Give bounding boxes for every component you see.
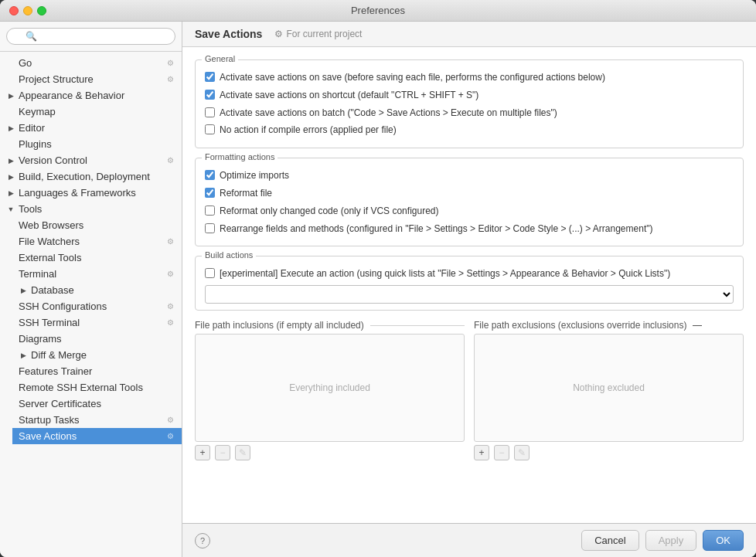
ps-settings-icon [165,75,175,83]
sidebar-label-remote-ssh: Remote SSH External Tools [19,382,143,393]
inclusions-remove-button[interactable]: − [215,445,230,460]
checkbox-reformat-changed: Reformat only changed code (only if VCS … [205,205,734,218]
checkbox-reformat-file-label: Reformat file [220,187,272,200]
checkbox-reformat-file: Reformat file [205,187,734,200]
for-current-project-tab[interactable]: ⚙ For current project [274,29,362,39]
checkbox-no-action-compile-input[interactable] [205,124,215,134]
sidebar-item-diagrams[interactable]: Diagrams [12,331,182,347]
db-expand: ▶ [19,286,28,295]
help-icon: ? [200,536,205,545]
ps-expand [6,75,15,84]
panel-title: Save Actions [195,28,262,40]
checkbox-activate-on-shortcut: Activate save actions on shortcut (defau… [205,89,734,102]
project-tab-label: For current project [286,29,362,39]
checkbox-rearrange-fields-input[interactable] [205,223,215,233]
sidebar-label-external-tools: External Tools [19,252,81,263]
checkbox-activate-on-shortcut-input[interactable] [205,90,215,100]
sidebar-label-database: Database [31,284,74,296]
checkbox-rearrange-fields: Rearrange fields and methods (configured… [205,222,734,236]
search-box [0,22,182,52]
sidebar-item-appearance[interactable]: ▶ Appearance & Behavior [0,87,182,104]
exclusions-edit-button[interactable]: ✎ [514,445,530,460]
sidebar-item-diff-merge[interactable]: ▶ Diff & Merge [12,347,182,363]
preferences-window: Preferences Go Project Structure [0,0,756,557]
file-path-section: File path inclusions (if empty all inclu… [195,320,744,460]
inclusions-box: Everything included [195,334,465,442]
sidebar-item-terminal[interactable]: Terminal [12,266,182,282]
sidebar-label-terminal: Terminal [19,268,56,280]
tools-expand: ▼ [6,205,15,214]
sidebar-item-server-certificates[interactable]: Server Certificates [12,396,182,412]
sidebar-label-save-actions: Save Actions [19,430,77,442]
exclusions-add-button[interactable]: + [474,445,489,460]
sidebar-item-save-actions[interactable]: Save Actions [12,428,182,444]
general-section: General Activate save actions on save (b… [195,59,744,148]
tools-children: Web Browsers File Watchers External Tool… [0,217,182,444]
sidebar-item-build[interactable]: ▶ Build, Execution, Deployment [0,168,182,185]
checkbox-reformat-changed-input[interactable] [205,205,215,216]
inclusions-edit-button[interactable]: ✎ [235,445,250,460]
apply-button[interactable]: Apply [645,530,697,551]
checkbox-optimize-imports: Optimize imports [205,169,734,182]
content-area: Go Project Structure ▶ Appearance & Beha… [0,22,756,557]
sidebar-item-startup-tasks[interactable]: Startup Tasks [12,412,182,428]
action-dropdown-row [205,285,734,304]
checkbox-experimental-input[interactable] [205,268,215,278]
ok-button[interactable]: OK [703,530,744,551]
build-label: Build actions [202,250,256,260]
sidebar-item-tools[interactable]: ▼ Tools [0,201,182,217]
checkbox-activate-on-shortcut-label: Activate save actions on shortcut (defau… [220,89,478,102]
sidebar-item-features-trainer[interactable]: Features Trainer [12,363,182,379]
exclusions-remove-button[interactable]: − [494,445,509,460]
action-dropdown[interactable] [205,285,734,304]
inclusions-label: File path inclusions (if empty all inclu… [195,320,364,331]
sidebar-item-ssh-configurations[interactable]: SSH Configurations [12,298,182,314]
inclusions-add-button[interactable]: + [195,445,210,460]
sidebar-item-plugins[interactable]: Plugins [0,136,182,152]
sidebar-item-project-structure[interactable]: Project Structure [0,71,182,87]
sidebar-label-editor: Editor [19,122,45,134]
sidebar-item-web-browsers[interactable]: Web Browsers [12,217,182,233]
sidebar-item-languages[interactable]: ▶ Languages & Frameworks [0,185,182,201]
checkbox-activate-on-save-input[interactable] [205,72,215,82]
sidebar-item-remote-ssh[interactable]: Remote SSH External Tools [12,379,182,396]
checkbox-optimize-imports-input[interactable] [205,170,215,180]
maximize-button[interactable] [37,6,46,15]
pl-expand [6,140,15,149]
sidebar-label-version-control: Version Control [19,155,87,166]
sidebar-item-editor[interactable]: ▶ Editor [0,120,182,136]
general-label: General [202,54,238,63]
close-button[interactable] [9,6,19,15]
build-section: Build actions [experimental] Execute an … [195,256,744,311]
sidebar-label-ssh-configurations: SSH Configurations [19,301,107,312]
cancel-button[interactable]: Cancel [581,530,639,551]
file-exclusions-panel: File path exclusions (exclusions overrid… [474,320,744,460]
sidebar-item-external-tools[interactable]: External Tools [12,250,182,266]
term-settings-icon [165,270,175,278]
be-expand: ▶ [6,172,15,182]
sidebar-item-keymap[interactable]: Keymap [0,104,182,120]
inclusions-actions: + − ✎ [195,445,465,460]
exclusions-actions: + − ✎ [474,445,744,460]
ab-expand: ▶ [6,91,15,100]
checkbox-no-action-compile: No action if compile errors (applied per… [205,124,734,137]
sidebar-item-go[interactable]: Go [0,55,182,71]
sidebar-item-ssh-terminal[interactable]: SSH Terminal [12,314,182,331]
formatting-label: Formatting actions [202,152,278,161]
checkbox-no-action-compile-label: No action if compile errors (applied per… [220,124,397,137]
sidebar-item-database[interactable]: ▶ Database [12,282,182,298]
sidebar-label-web-browsers: Web Browsers [19,219,83,231]
sidebar-label-build: Build, Execution, Deployment [19,171,150,182]
sidebar-item-version-control[interactable]: ▶ Version Control [0,152,182,168]
go-expand [6,59,15,68]
checkbox-activate-on-batch-input[interactable] [205,107,215,117]
help-button[interactable]: ? [195,533,210,549]
panel-header: Save Actions ⚙ For current project [182,22,756,47]
sidebar-item-file-watchers[interactable]: File Watchers [12,233,182,250]
sidebar-label-file-watchers: File Watchers [19,236,80,247]
minimize-button[interactable] [23,6,32,15]
lf-expand: ▶ [6,188,15,198]
search-input[interactable] [6,28,175,45]
checkbox-activate-on-batch: Activate save actions on batch ("Code > … [205,107,734,120]
checkbox-reformat-file-input[interactable] [205,188,215,198]
